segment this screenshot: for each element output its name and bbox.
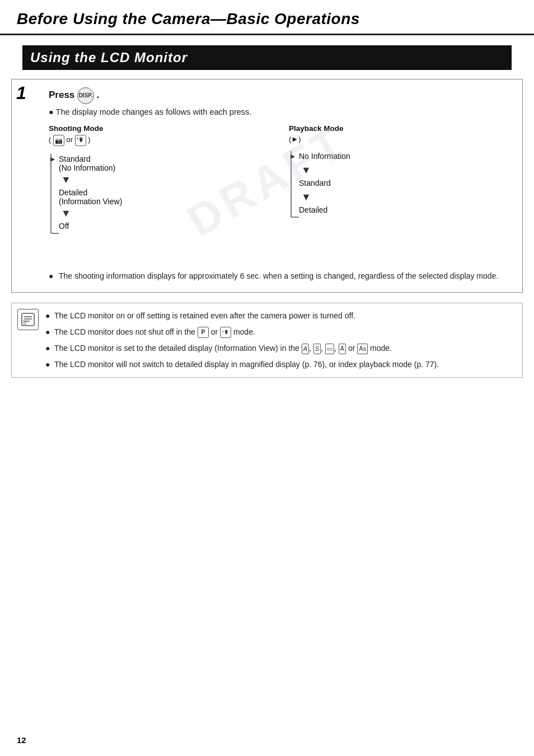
section-title: Using the LCD Monitor [30,50,504,65]
svg-text:Off: Off [59,222,69,231]
page-header: Before Using the Camera—Basic Operations [0,0,534,35]
step-box-wrapper: 1 Press DISP. . ● The display mode chang… [11,70,523,293]
svg-text:☰: ☰ [22,320,27,326]
svg-text:►: ► [49,154,57,163]
section-title-bar: Using the LCD Monitor [22,45,512,70]
shooting-info-note: The shooting information displays for ap… [49,270,512,282]
svg-text:No Information: No Information [299,152,350,161]
svg-text:▼: ▼ [301,191,311,203]
svg-text:►: ► [289,152,297,161]
step-period: . [97,90,100,100]
shooting-info-note-text: The shooting information displays for ap… [59,271,498,280]
svg-text:Detailed: Detailed [299,205,327,214]
note-item-2: The LCD monitor does not shut off in the… [45,326,513,338]
svg-text:▼: ▼ [301,165,311,176]
mode-scene2-icon: Äs [357,344,368,354]
step-content: Press DISP. . ● The display mode changes… [49,87,512,282]
svg-text:▼: ▼ [61,174,71,185]
svg-text:Standard: Standard [299,179,331,187]
shooting-mode-column: Shooting Mode ( 📷 or '🎙 ) ► Stan [49,124,272,262]
note-item-1: The LCD monitor on or off setting is ret… [45,310,513,322]
video-icon: '🎙 [75,135,86,146]
diagram-container: Shooting Mode ( 📷 or '🎙 ) ► Stan [49,124,512,262]
step-desc-text: The display mode changes as follows with… [56,107,252,116]
shooting-flow-svg: ► Standard (No Information) ▼ Detailed (… [49,151,177,262]
video-mode-icon: '🎙 [220,327,231,338]
svg-text:(No Information): (No Information) [59,163,115,172]
step-box: 1 Press DISP. . ● The display mode chang… [11,79,523,293]
playback-mode-column: Playback Mode (►) ► No Information ▼ [289,124,512,262]
svg-text:▼: ▼ [61,208,71,219]
step-desc: ● The display mode changes as follows wi… [49,107,512,116]
mode-s-icon: S [313,344,321,354]
shooting-mode-subtitle: ( 📷 or '🎙 ) [49,135,272,146]
main-content: Using the LCD Monitor 1 Press DISP. . ● … [0,45,534,378]
note-box: ☰ The LCD monitor on or off setting is r… [11,303,523,378]
step-instruction: Press DISP. . [49,87,512,104]
camera-icon: 📷 [53,135,64,146]
bullet-dot: ● [49,107,54,116]
step-instruction-text: Press [49,90,74,100]
note-item-3: The LCD monitor is set to the detailed d… [45,342,513,354]
svg-text:(Information View): (Information View) [59,197,122,206]
note-item-4: The LCD monitor will not switch to detai… [45,359,513,370]
shooting-mode-title: Shooting Mode [49,124,272,133]
page-title: Before Using the Camera—Basic Operations [17,10,517,28]
step-number: 1 [16,84,26,102]
mode-rect-icon: ▭ [325,344,334,354]
svg-text:Standard: Standard [59,154,91,163]
note-icon: ☰ [17,309,39,330]
playback-mode-title: Playback Mode [289,124,512,133]
playback-flow-svg: ► No Information ▼ Standard ▼ Detailed [289,148,418,260]
portrait-icon: P [198,327,209,338]
svg-text:Detailed: Detailed [59,188,87,197]
disp-button: DISP. [77,87,94,104]
mode-scene-icon: Ä [339,344,346,354]
note-icon-svg: ☰ [21,312,35,327]
mode-a-icon: A [302,344,309,354]
playback-mode-subtitle: (►) [289,135,512,143]
page-number: 12 [17,735,26,745]
